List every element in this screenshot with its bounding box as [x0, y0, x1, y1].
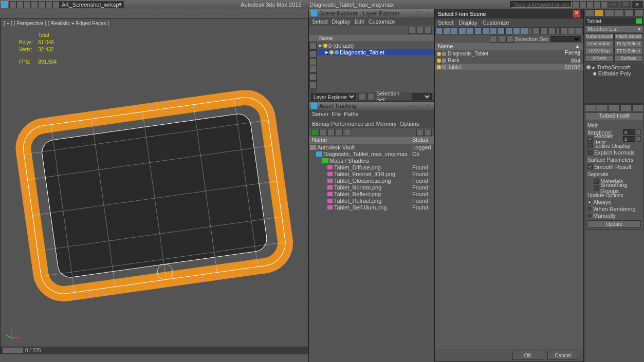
asset-row[interactable]: Tablet_Refract.pngFound [309, 198, 434, 204]
ss-menu-select[interactable]: Select [438, 20, 454, 26]
menu-file[interactable]: File [332, 111, 341, 118]
at-help-icon[interactable] [416, 129, 424, 136]
at-opt-icon[interactable] [425, 129, 432, 136]
hierarchy-tab[interactable] [604, 9, 614, 16]
layer-row-diagnostic-tablet[interactable]: ▸ Diagnostic_Tablet [317, 49, 434, 55]
asset-close[interactable]: ✕ [424, 103, 432, 109]
filter-helper[interactable] [474, 27, 482, 34]
scene-row[interactable]: Rack864 [435, 57, 583, 64]
filter-o2[interactable] [568, 27, 575, 34]
filter-xref[interactable] [498, 27, 505, 34]
mod-button[interactable]: Surface Select [614, 55, 643, 62]
view-icon[interactable] [416, 27, 424, 34]
iterations-spinbtns[interactable] [637, 129, 641, 135]
ss-menu-display[interactable]: Display [459, 20, 477, 26]
panel-close[interactable]: ✕ [424, 10, 432, 17]
filter-v2[interactable] [540, 27, 547, 34]
layer-row-default[interactable]: ▸ 0 (default) [317, 42, 434, 49]
panel-minimize[interactable]: — [407, 10, 415, 16]
filter-o1[interactable] [560, 27, 567, 34]
object-color-swatch[interactable] [636, 18, 642, 24]
filter-space[interactable] [482, 27, 489, 34]
ss-sync-icon[interactable] [506, 35, 513, 43]
filter-group[interactable] [490, 27, 497, 34]
mod-button[interactable]: FFD Select [614, 48, 643, 54]
filter-v1[interactable] [532, 27, 540, 34]
selection-set-dropdown[interactable] [412, 93, 432, 100]
filter-all[interactable] [435, 27, 443, 34]
mod-button[interactable]: UVW Map [585, 48, 614, 54]
materials-check[interactable] [594, 179, 599, 184]
display-cams-icon[interactable] [309, 73, 317, 81]
sync-icon[interactable] [425, 27, 432, 34]
scene-row[interactable]: Diagnostic_Tablet0 [435, 50, 583, 57]
maximize-button[interactable]: ☐ [620, 1, 631, 8]
asset-row[interactable]: Tablet_Diffuse.pngFound [309, 164, 434, 171]
at-icon4[interactable] [336, 129, 343, 136]
object-name-field[interactable]: Tablet [585, 17, 643, 25]
isoline-check[interactable] [587, 143, 593, 148]
minimize-button[interactable]: — [608, 1, 619, 8]
stack-turbosmooth[interactable]: ▸ TurboSmooth [586, 64, 642, 70]
utilities-tab[interactable] [634, 9, 643, 16]
create-tab[interactable] [585, 9, 594, 16]
menu-bitmap[interactable]: Bitmap Performance and Memory [312, 121, 396, 127]
select-scene-close[interactable]: ✕ [573, 10, 580, 17]
asset-row[interactable]: Autodesk VaultLogged [309, 144, 434, 151]
asset-titlebar[interactable]: Asset Tracking — ☐ ✕ [309, 102, 434, 110]
ss-set-dropdown[interactable] [550, 36, 581, 42]
menu-icon[interactable] [9, 1, 16, 8]
ok-button[interactable]: OK [512, 351, 543, 360]
display-all-icon[interactable] [309, 43, 317, 50]
asset-row[interactable]: Tablet_Fresnel_IOR.pngFound [309, 171, 434, 178]
asset-row[interactable]: Maps / Shaders [309, 158, 434, 164]
asset-max[interactable]: ☐ [415, 103, 424, 109]
select-scene-columns[interactable]: Name▲ Faces [435, 43, 583, 50]
at-icon3[interactable] [327, 129, 335, 136]
time-slider[interactable] [3, 348, 23, 353]
mod-button[interactable]: XForm [585, 55, 614, 62]
open-icon[interactable] [24, 1, 31, 8]
render-iters-check[interactable] [587, 137, 593, 142]
modify-tab[interactable] [595, 9, 604, 16]
info-icon[interactable] [601, 1, 608, 8]
display-tab[interactable] [624, 9, 634, 16]
close-button[interactable]: ✕ [632, 1, 643, 8]
menu-select[interactable]: Select [312, 18, 328, 25]
asset-row[interactable]: Tablet_Glossiness.pngFound [309, 178, 434, 184]
motion-tab[interactable] [615, 9, 624, 16]
filter-light[interactable] [458, 27, 466, 34]
filter-cont[interactable] [513, 27, 520, 34]
foot-icon1[interactable] [358, 93, 365, 100]
smooth-result-check[interactable] [587, 164, 593, 169]
asset-row[interactable]: Tablet_Self-Illum.pngFound [309, 204, 434, 211]
at-icon5[interactable] [344, 129, 351, 136]
render-iters-spinbtns[interactable] [637, 136, 641, 142]
filter-o3[interactable] [576, 27, 583, 34]
filter-shape[interactable] [451, 27, 458, 34]
filter-bone[interactable] [505, 27, 512, 34]
render-iters-spinner[interactable]: 2 [623, 136, 635, 142]
rollout-header[interactable]: TurboSmooth [585, 113, 643, 120]
filter-geom[interactable] [443, 27, 450, 34]
mod-button[interactable]: Patch Select [614, 33, 643, 40]
display-helpers-icon[interactable] [309, 81, 317, 88]
menu-server[interactable]: Server [312, 111, 328, 118]
star-icon[interactable] [579, 1, 586, 8]
save-icon[interactable] [31, 1, 38, 8]
modifier-list-dropdown[interactable]: Modifier List▾ [585, 25, 643, 32]
filter-cam[interactable] [467, 27, 474, 34]
menu-options[interactable]: Options [399, 121, 419, 127]
panel-maximize[interactable]: ☐ [415, 10, 424, 17]
filter-v3[interactable] [548, 27, 556, 34]
select-scene-list[interactable]: Diagnostic_Tablet0 Rack864 Tablet60182 [435, 50, 583, 70]
asset-row[interactable]: Diagnostic_Tablet_max_vray.maxOk [309, 151, 434, 158]
modifier-stack[interactable]: ▸ TurboSmooth ■ Editable Poly [585, 63, 643, 104]
stack-editable-poly[interactable]: ■ Editable Poly [586, 70, 642, 77]
scene-columns[interactable]: Name [309, 35, 434, 42]
foot-icon2[interactable] [367, 93, 375, 100]
viewport-label[interactable]: [ + ] [ Perspective ] [ Realistic + Edge… [4, 21, 109, 26]
ss-menu-customize[interactable]: Customize [483, 20, 509, 26]
select-scene-titlebar[interactable]: Select From Scene ✕ [435, 9, 583, 18]
exchange-icon[interactable] [594, 1, 601, 8]
